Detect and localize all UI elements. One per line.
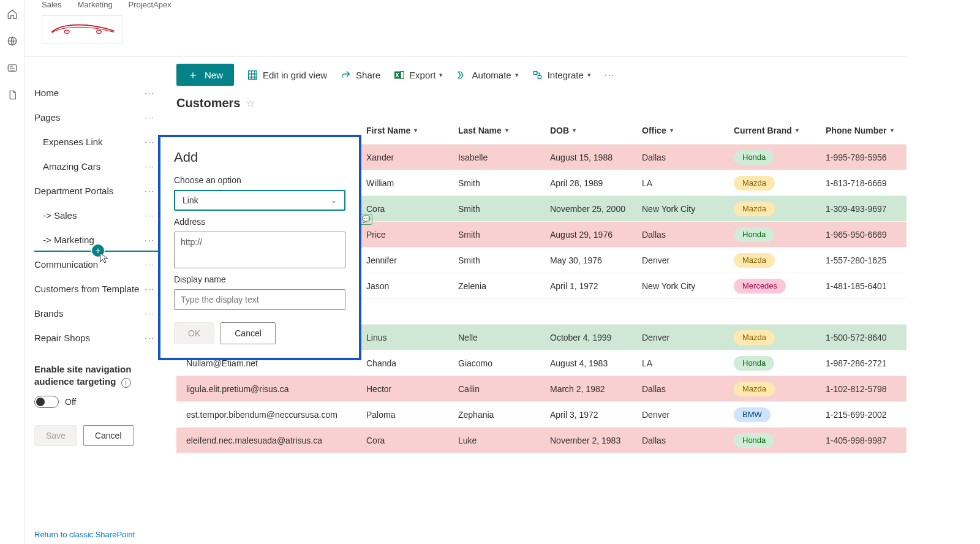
address-label: Address [174, 217, 345, 227]
more-icon[interactable]: ··· [145, 260, 159, 269]
brand-pill: Honda [734, 227, 774, 242]
cell-dob: August 15, 1988 [550, 153, 642, 162]
chevron-down-icon: ▾ [414, 127, 417, 134]
hub-link-projectapex[interactable]: ProjectApex [129, 0, 172, 9]
nav-insert-indicator: + [34, 251, 159, 252]
nav-department-portals[interactable]: Department Portals··· [34, 178, 159, 203]
nav-brands[interactable]: Brands··· [34, 301, 159, 325]
col-phone[interactable]: Phone Number▾ [826, 126, 899, 135]
overflow-button[interactable]: ··· [605, 70, 616, 80]
cell-ln: Smith [458, 255, 550, 265]
chevron-down-icon: ▾ [796, 127, 799, 134]
cell-fn: Jennifer [366, 255, 458, 265]
more-icon[interactable]: ··· [145, 137, 159, 146]
cell-phone: 1-557-280-1625 [826, 255, 899, 265]
nav-customers-template[interactable]: Customers from Template··· [34, 276, 159, 301]
nav-sales[interactable]: -> Sales··· [34, 203, 159, 227]
cell-office: New York City [642, 281, 734, 291]
col-office[interactable]: Office▾ [642, 126, 734, 135]
favorite-icon[interactable]: ☆ [246, 97, 255, 109]
svg-rect-7 [533, 71, 537, 74]
cell-dob: October 4, 1999 [550, 333, 642, 342]
cancel-button[interactable]: Cancel [83, 425, 134, 446]
brand-pill: Mazda [734, 202, 775, 216]
cancel-button[interactable]: Cancel [221, 322, 276, 344]
more-icon[interactable]: ··· [145, 211, 159, 220]
cell-phone: 1-481-185-6401 [826, 281, 899, 291]
add-link-dialog: Add Choose an option Link ⌄ Address http… [158, 135, 361, 360]
file-icon[interactable] [7, 89, 18, 100]
cell-office: New York City [642, 204, 734, 214]
more-icon[interactable]: ··· [145, 235, 159, 244]
more-icon[interactable]: ··· [145, 113, 159, 122]
edit-in-grid-button[interactable]: Edit in grid view [247, 70, 327, 80]
new-button[interactable]: ＋ New [176, 64, 234, 86]
brand-pill: Mazda [734, 330, 775, 345]
share-icon [341, 70, 351, 80]
table-row[interactable]: ligula.elit.pretium@risus.caHectorCailin… [176, 376, 907, 402]
nav-pages[interactable]: Pages··· [34, 105, 159, 129]
cell-office: Dallas [642, 153, 734, 162]
export-button[interactable]: Export▾ [394, 70, 443, 80]
more-icon[interactable]: ··· [145, 186, 159, 195]
option-select[interactable]: Link ⌄ [174, 190, 345, 211]
cell-phone: 1-987-286-2721 [826, 358, 899, 368]
info-icon[interactable]: i [121, 378, 131, 388]
email-cell: ligula.elit.pretium@risus.ca [176, 384, 289, 394]
more-icon[interactable]: ··· [145, 333, 159, 342]
cell-phone: 1-102-812-5798 [826, 384, 899, 394]
integrate-icon [532, 70, 543, 80]
nav-expenses-link[interactable]: Expenses Link··· [34, 129, 159, 154]
cell-ln: Smith [458, 230, 550, 240]
cell-fn: Xander [366, 153, 458, 162]
cell-ln: Luke [458, 436, 550, 445]
chevron-down-icon: ⌄ [331, 196, 337, 205]
table-row[interactable]: eleifend.nec.malesuada@atrisus.caCoraLuk… [176, 428, 907, 453]
nav-edit-panel: Home··· Pages··· Expenses Link··· Amazin… [24, 74, 162, 544]
cell-ln: Zephania [458, 410, 550, 420]
cell-phone: 1-215-699-2002 [826, 410, 899, 420]
col-last-name[interactable]: Last Name▾ [458, 126, 550, 135]
nav-amazing-cars[interactable]: Amazing Cars··· [34, 154, 159, 178]
cell-ln: Giacomo [458, 358, 550, 368]
news-icon[interactable] [7, 62, 18, 74]
more-icon[interactable]: ··· [145, 88, 159, 97]
hub-link-sales[interactable]: Sales [42, 0, 62, 9]
col-first-name[interactable]: First Name▾ [366, 126, 458, 135]
col-brand[interactable]: Current Brand▾ [734, 126, 826, 135]
cell-dob: August 4, 1983 [550, 358, 642, 368]
chevron-down-icon: ▾ [505, 127, 508, 134]
automate-button[interactable]: Automate▾ [456, 70, 518, 80]
classic-sharepoint-link[interactable]: Return to classic SharePoint [34, 530, 135, 539]
cell-phone: 1-965-950-6669 [826, 230, 899, 240]
share-button[interactable]: Share [341, 70, 380, 80]
integrate-button[interactable]: Integrate▾ [532, 70, 591, 80]
table-row[interactable]: est.tempor.bibendum@neccursusa.comPaloma… [176, 402, 907, 428]
address-input[interactable]: http:// [174, 232, 345, 268]
more-icon[interactable]: ··· [145, 309, 159, 318]
chevron-down-icon: ▾ [670, 127, 673, 134]
audience-targeting-label: Enable site navigation audience targetin… [34, 363, 159, 388]
nav-home[interactable]: Home··· [34, 80, 159, 105]
chevron-down-icon: ▾ [891, 127, 894, 134]
home-icon[interactable] [7, 9, 18, 20]
nav-repair-shops[interactable]: Repair Shops··· [34, 325, 159, 350]
hub-link-marketing[interactable]: Marketing [78, 0, 113, 9]
col-dob[interactable]: DOB▾ [550, 126, 642, 135]
cell-ln: Smith [458, 204, 550, 214]
cell-dob: March 2, 1982 [550, 384, 642, 394]
brand-pill: Honda [734, 150, 774, 165]
svg-point-2 [64, 30, 69, 34]
svg-rect-8 [538, 75, 541, 78]
chevron-down-icon: ▾ [439, 71, 443, 79]
audience-targeting-toggle[interactable] [34, 396, 59, 408]
more-icon[interactable]: ··· [145, 162, 159, 171]
site-logo[interactable] [42, 15, 123, 43]
globe-icon[interactable] [7, 36, 18, 47]
cell-fn: Cora [366, 436, 458, 445]
comment-icon[interactable]: 💬 [360, 214, 372, 225]
display-name-input[interactable] [174, 289, 345, 310]
cell-phone: 1-405-998-9987 [826, 436, 899, 445]
cell-dob: November 2, 1983 [550, 436, 642, 445]
more-icon[interactable]: ··· [145, 284, 159, 293]
